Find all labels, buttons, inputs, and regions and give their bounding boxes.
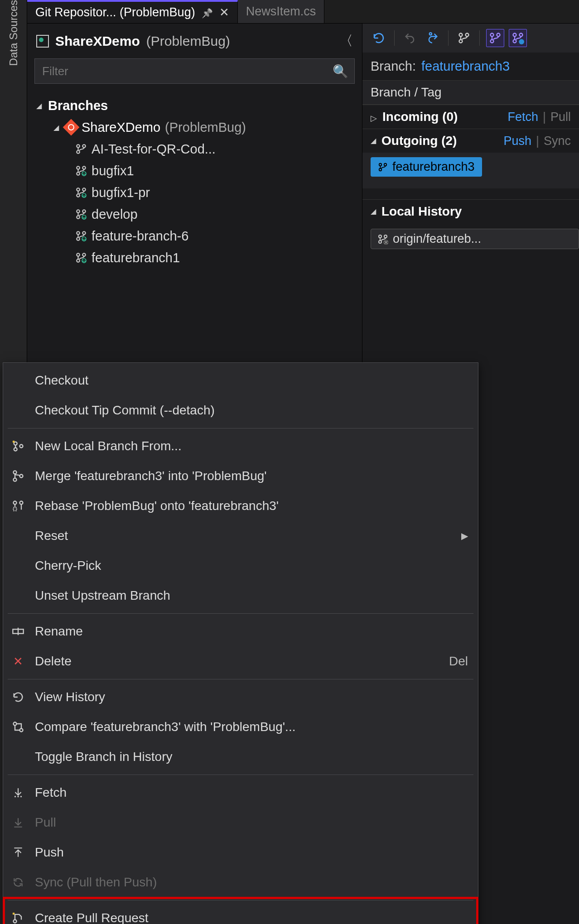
- side-tab-label: Data Sources: [7, 0, 20, 75]
- menu-checkout-tip[interactable]: Checkout Tip Commit (--detach): [3, 395, 478, 425]
- branches-node[interactable]: Branches: [34, 95, 360, 116]
- branch-item[interactable]: featurebranch1: [34, 247, 360, 269]
- compare-icon: [10, 721, 27, 733]
- outgoing-label: Outgoing (2): [381, 134, 457, 148]
- branch-item[interactable]: AI-Test-for-QR-Cod...: [34, 138, 360, 160]
- tab-label: NewsItem.cs: [246, 5, 316, 19]
- svg-point-24: [459, 34, 463, 37]
- menu-checkout[interactable]: Checkout: [3, 366, 478, 395]
- menu-merge[interactable]: Merge 'featurebranch3' into 'ProblemBug': [3, 461, 478, 491]
- expand-icon[interactable]: [52, 120, 61, 135]
- svg-point-38: [379, 241, 381, 243]
- svg-point-49: [14, 501, 17, 505]
- branch-name: develop: [92, 207, 138, 222]
- menu-create-pull-request[interactable]: Create Pull Request: [3, 903, 478, 924]
- menu-push[interactable]: Push: [3, 837, 478, 867]
- branch-tag-head[interactable]: Branch / Tag: [362, 80, 579, 105]
- repo-node-suffix: (ProblemBug): [165, 120, 246, 135]
- close-icon[interactable]: ✕: [219, 5, 229, 19]
- svg-point-13: [82, 210, 86, 213]
- delete-icon: ✕: [10, 654, 27, 669]
- rebase-icon: [10, 500, 27, 512]
- svg-point-50: [20, 501, 23, 505]
- rename-icon: [10, 625, 27, 638]
- shortcut-label: Del: [449, 654, 468, 669]
- current-branch-link[interactable]: featurebranch3: [421, 59, 510, 74]
- menu-delete[interactable]: ✕ Delete Del: [3, 646, 478, 676]
- svg-point-0: [77, 144, 80, 148]
- svg-point-21: [82, 253, 86, 256]
- menu-new-branch[interactable]: New Local Branch From...: [3, 431, 478, 461]
- svg-point-11: [77, 210, 80, 213]
- submenu-arrow-icon: ▶: [461, 530, 468, 541]
- pull-link[interactable]: Pull: [550, 110, 571, 124]
- branch-item[interactable]: feature-branch-6: [34, 225, 360, 247]
- menu-reset[interactable]: Reset▶: [3, 521, 478, 551]
- push-link[interactable]: Push: [503, 134, 531, 148]
- pin-icon[interactable]: [202, 5, 213, 19]
- expand-icon[interactable]: [34, 98, 43, 113]
- menu-separator: [8, 900, 473, 900]
- expand-icon[interactable]: [371, 134, 376, 148]
- branch-item[interactable]: develop: [34, 203, 360, 225]
- branch-icon: [378, 162, 388, 172]
- repo-node[interactable]: ShareXDemo (ProblemBug): [34, 116, 360, 138]
- outgoing-section[interactable]: Outgoing (2) Push | Sync: [362, 129, 579, 153]
- svg-point-32: [520, 34, 523, 37]
- pull-icon: [10, 817, 27, 828]
- undo-button[interactable]: [401, 29, 419, 47]
- chip-label: featurebranch3: [392, 160, 475, 174]
- branch-label: Branch:: [371, 59, 416, 74]
- toolbar-separator: [448, 30, 449, 46]
- branch-icon-button[interactable]: [455, 29, 473, 47]
- branch-ahead-icon: [75, 252, 87, 264]
- branch-item[interactable]: bugfix1-pr: [34, 182, 360, 203]
- menu-fetch[interactable]: Fetch: [3, 778, 478, 808]
- fetch-icon: [10, 787, 27, 799]
- graph-mode-2-button[interactable]: [509, 29, 527, 47]
- branch-item[interactable]: bugfix1: [34, 160, 360, 182]
- branch-icon: [75, 143, 87, 155]
- incoming-label: Incoming (0): [382, 110, 458, 124]
- menu-cherry-pick[interactable]: Cherry-Pick: [3, 551, 478, 581]
- fetch-link[interactable]: Fetch: [507, 110, 538, 124]
- svg-point-16: [77, 237, 80, 241]
- history-remote-chip[interactable]: origin/featureb...: [371, 229, 579, 249]
- local-history-section[interactable]: Local History: [362, 199, 579, 223]
- separator: |: [536, 134, 539, 148]
- svg-point-58: [20, 796, 22, 797]
- sync-link[interactable]: Sync: [544, 134, 571, 148]
- outgoing-commit-chip[interactable]: featurebranch3: [371, 157, 482, 177]
- back-chevron-icon[interactable]: 〈: [339, 32, 353, 50]
- document-tab-bar: Git Repositor... (ProblemBug) ✕ NewsItem…: [27, 0, 579, 24]
- menu-toggle-history[interactable]: Toggle Branch in History: [3, 742, 478, 772]
- filter-input[interactable]: [34, 58, 355, 84]
- refresh-button[interactable]: [370, 29, 388, 47]
- svg-point-39: [384, 235, 387, 238]
- svg-point-7: [77, 188, 80, 191]
- expand-icon[interactable]: [371, 110, 377, 124]
- pull-request-icon: [10, 912, 27, 924]
- repo-node-name: ShareXDemo: [82, 120, 160, 135]
- new-branch-icon: [10, 440, 27, 452]
- incoming-section[interactable]: Incoming (0) Fetch | Pull: [362, 105, 579, 129]
- tab-newsitem[interactable]: NewsItem.cs: [238, 0, 325, 23]
- repo-icon: [36, 35, 49, 48]
- branch-ahead-icon: [75, 208, 87, 220]
- svg-point-30: [513, 34, 516, 37]
- tab-git-repository[interactable]: Git Repositor... (ProblemBug) ✕: [27, 0, 238, 23]
- search-icon[interactable]: 🔍: [333, 64, 348, 79]
- history-icon: [10, 691, 27, 703]
- branch-context-menu: Checkout Checkout Tip Commit (--detach) …: [3, 362, 478, 924]
- branch-name: featurebranch1: [92, 250, 180, 265]
- menu-rename[interactable]: Rename: [3, 616, 478, 646]
- menu-view-history[interactable]: View History: [3, 682, 478, 712]
- graph-mode-1-button[interactable]: [486, 29, 504, 47]
- sync-icon: [10, 876, 27, 888]
- menu-separator: [8, 775, 473, 775]
- redo-button[interactable]: [424, 29, 442, 47]
- menu-unset-upstream[interactable]: Unset Upstream Branch: [3, 581, 478, 611]
- menu-rebase[interactable]: Rebase 'ProblemBug' onto 'featurebranch3…: [3, 491, 478, 521]
- menu-compare[interactable]: Compare 'featurebranch3' with 'ProblemBu…: [3, 712, 478, 742]
- expand-icon[interactable]: [371, 204, 376, 219]
